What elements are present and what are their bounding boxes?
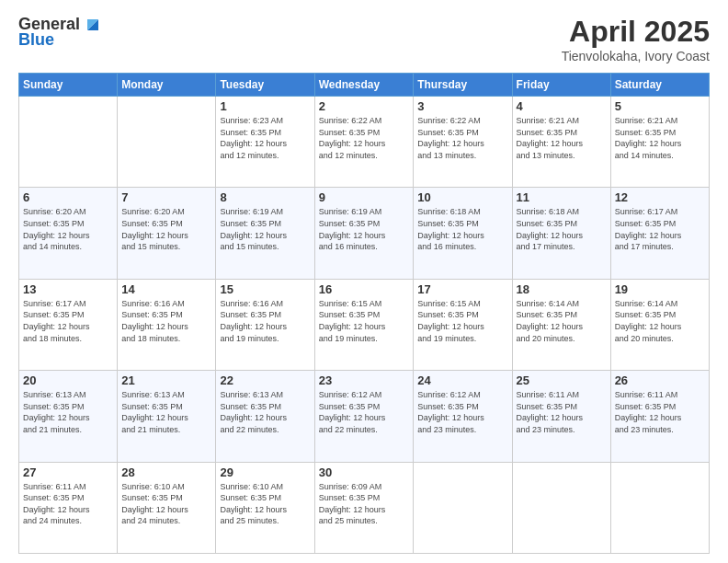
location: Tienvolokaha, Ivory Coast	[562, 49, 710, 63]
day-info: Sunrise: 6:15 AM Sunset: 6:35 PM Dayligh…	[417, 298, 507, 344]
logo-icon	[82, 14, 102, 34]
day-info: Sunrise: 6:13 AM Sunset: 6:35 PM Dayligh…	[220, 389, 310, 435]
day-number: 20	[23, 373, 113, 387]
day-info: Sunrise: 6:13 AM Sunset: 6:35 PM Dayligh…	[121, 389, 211, 435]
day-number: 7	[121, 190, 211, 204]
day-number: 6	[23, 190, 113, 204]
day-number: 4	[517, 99, 607, 113]
logo: General Blue	[18, 15, 102, 50]
day-number: 2	[319, 99, 410, 113]
calendar-cell	[414, 462, 512, 553]
day-info: Sunrise: 6:16 AM Sunset: 6:35 PM Dayligh…	[121, 298, 211, 344]
day-header-friday: Friday	[512, 74, 610, 97]
day-info: Sunrise: 6:17 AM Sunset: 6:35 PM Dayligh…	[615, 206, 705, 252]
header: General Blue April 2025 Tienvolokaha, Iv…	[18, 15, 710, 63]
day-info: Sunrise: 6:22 AM Sunset: 6:35 PM Dayligh…	[417, 115, 507, 161]
day-info: Sunrise: 6:12 AM Sunset: 6:35 PM Dayligh…	[417, 389, 507, 435]
calendar-cell	[512, 462, 610, 553]
day-header-monday: Monday	[118, 74, 216, 97]
day-number: 1	[220, 99, 310, 113]
day-info: Sunrise: 6:15 AM Sunset: 6:35 PM Dayligh…	[319, 298, 410, 344]
day-number: 8	[220, 190, 310, 204]
day-header-sunday: Sunday	[19, 74, 118, 97]
day-number: 26	[615, 373, 705, 387]
month-title: April 2025	[562, 15, 710, 49]
calendar-week-4: 20Sunrise: 6:13 AM Sunset: 6:35 PM Dayli…	[19, 371, 710, 462]
day-info: Sunrise: 6:20 AM Sunset: 6:35 PM Dayligh…	[23, 206, 113, 252]
calendar-cell: 7Sunrise: 6:20 AM Sunset: 6:35 PM Daylig…	[118, 188, 216, 279]
calendar-week-3: 13Sunrise: 6:17 AM Sunset: 6:35 PM Dayli…	[19, 279, 710, 370]
day-info: Sunrise: 6:23 AM Sunset: 6:35 PM Dayligh…	[220, 115, 310, 161]
title-block: April 2025 Tienvolokaha, Ivory Coast	[562, 15, 710, 63]
calendar-cell: 14Sunrise: 6:16 AM Sunset: 6:35 PM Dayli…	[118, 279, 216, 370]
calendar-cell: 16Sunrise: 6:15 AM Sunset: 6:35 PM Dayli…	[314, 279, 414, 370]
calendar-week-1: 1Sunrise: 6:23 AM Sunset: 6:35 PM Daylig…	[19, 97, 710, 188]
calendar-cell: 22Sunrise: 6:13 AM Sunset: 6:35 PM Dayli…	[216, 371, 314, 462]
day-number: 12	[615, 190, 705, 204]
calendar-cell: 25Sunrise: 6:11 AM Sunset: 6:35 PM Dayli…	[512, 371, 610, 462]
calendar-cell: 27Sunrise: 6:11 AM Sunset: 6:35 PM Dayli…	[19, 462, 118, 553]
calendar-cell: 1Sunrise: 6:23 AM Sunset: 6:35 PM Daylig…	[216, 97, 314, 188]
day-number: 14	[121, 282, 211, 296]
day-number: 13	[23, 282, 113, 296]
day-number: 11	[517, 190, 607, 204]
day-number: 30	[319, 465, 410, 479]
day-number: 3	[417, 99, 507, 113]
day-number: 19	[615, 282, 705, 296]
day-info: Sunrise: 6:16 AM Sunset: 6:35 PM Dayligh…	[220, 298, 310, 344]
calendar-cell: 17Sunrise: 6:15 AM Sunset: 6:35 PM Dayli…	[414, 279, 512, 370]
day-number: 29	[220, 465, 310, 479]
calendar-cell: 26Sunrise: 6:11 AM Sunset: 6:35 PM Dayli…	[610, 371, 709, 462]
day-info: Sunrise: 6:11 AM Sunset: 6:35 PM Dayligh…	[23, 481, 113, 527]
calendar-cell: 8Sunrise: 6:19 AM Sunset: 6:35 PM Daylig…	[216, 188, 314, 279]
calendar-cell: 23Sunrise: 6:12 AM Sunset: 6:35 PM Dayli…	[314, 371, 414, 462]
calendar-cell: 18Sunrise: 6:14 AM Sunset: 6:35 PM Dayli…	[512, 279, 610, 370]
day-info: Sunrise: 6:19 AM Sunset: 6:35 PM Dayligh…	[220, 206, 310, 252]
calendar-cell: 10Sunrise: 6:18 AM Sunset: 6:35 PM Dayli…	[414, 188, 512, 279]
day-number: 9	[319, 190, 410, 204]
calendar-cell: 13Sunrise: 6:17 AM Sunset: 6:35 PM Dayli…	[19, 279, 118, 370]
calendar-cell: 12Sunrise: 6:17 AM Sunset: 6:35 PM Dayli…	[610, 188, 709, 279]
calendar-cell: 24Sunrise: 6:12 AM Sunset: 6:35 PM Dayli…	[414, 371, 512, 462]
calendar-cell: 5Sunrise: 6:21 AM Sunset: 6:35 PM Daylig…	[610, 97, 709, 188]
day-info: Sunrise: 6:19 AM Sunset: 6:35 PM Dayligh…	[319, 206, 410, 252]
day-info: Sunrise: 6:14 AM Sunset: 6:35 PM Dayligh…	[517, 298, 607, 344]
day-number: 16	[319, 282, 410, 296]
day-info: Sunrise: 6:17 AM Sunset: 6:35 PM Dayligh…	[23, 298, 113, 344]
calendar-cell: 2Sunrise: 6:22 AM Sunset: 6:35 PM Daylig…	[314, 97, 414, 188]
day-header-wednesday: Wednesday	[314, 74, 414, 97]
day-info: Sunrise: 6:11 AM Sunset: 6:35 PM Dayligh…	[517, 389, 607, 435]
day-info: Sunrise: 6:10 AM Sunset: 6:35 PM Dayligh…	[121, 481, 211, 527]
day-number: 22	[220, 373, 310, 387]
day-info: Sunrise: 6:22 AM Sunset: 6:35 PM Dayligh…	[319, 115, 410, 161]
day-number: 17	[417, 282, 507, 296]
calendar-cell: 19Sunrise: 6:14 AM Sunset: 6:35 PM Dayli…	[610, 279, 709, 370]
page: General Blue April 2025 Tienvolokaha, Iv…	[0, 0, 728, 563]
calendar-cell: 11Sunrise: 6:18 AM Sunset: 6:35 PM Dayli…	[512, 188, 610, 279]
day-info: Sunrise: 6:10 AM Sunset: 6:35 PM Dayligh…	[220, 481, 310, 527]
calendar-cell: 9Sunrise: 6:19 AM Sunset: 6:35 PM Daylig…	[314, 188, 414, 279]
calendar-cell: 30Sunrise: 6:09 AM Sunset: 6:35 PM Dayli…	[314, 462, 414, 553]
calendar-cell: 28Sunrise: 6:10 AM Sunset: 6:35 PM Dayli…	[118, 462, 216, 553]
day-info: Sunrise: 6:11 AM Sunset: 6:35 PM Dayligh…	[615, 389, 705, 435]
calendar-header-row: SundayMondayTuesdayWednesdayThursdayFrid…	[19, 74, 710, 97]
calendar: SundayMondayTuesdayWednesdayThursdayFrid…	[18, 73, 710, 554]
day-number: 21	[121, 373, 211, 387]
calendar-cell: 3Sunrise: 6:22 AM Sunset: 6:35 PM Daylig…	[414, 97, 512, 188]
day-number: 24	[417, 373, 507, 387]
day-number: 10	[417, 190, 507, 204]
day-info: Sunrise: 6:14 AM Sunset: 6:35 PM Dayligh…	[615, 298, 705, 344]
day-info: Sunrise: 6:21 AM Sunset: 6:35 PM Dayligh…	[615, 115, 705, 161]
day-number: 18	[517, 282, 607, 296]
day-info: Sunrise: 6:12 AM Sunset: 6:35 PM Dayligh…	[319, 389, 410, 435]
calendar-cell	[19, 97, 118, 188]
calendar-week-2: 6Sunrise: 6:20 AM Sunset: 6:35 PM Daylig…	[19, 188, 710, 279]
calendar-cell	[610, 462, 709, 553]
day-number: 27	[23, 465, 113, 479]
day-number: 15	[220, 282, 310, 296]
day-info: Sunrise: 6:18 AM Sunset: 6:35 PM Dayligh…	[417, 206, 507, 252]
day-info: Sunrise: 6:18 AM Sunset: 6:35 PM Dayligh…	[517, 206, 607, 252]
day-header-saturday: Saturday	[610, 74, 709, 97]
calendar-cell: 15Sunrise: 6:16 AM Sunset: 6:35 PM Dayli…	[216, 279, 314, 370]
day-info: Sunrise: 6:13 AM Sunset: 6:35 PM Dayligh…	[23, 389, 113, 435]
